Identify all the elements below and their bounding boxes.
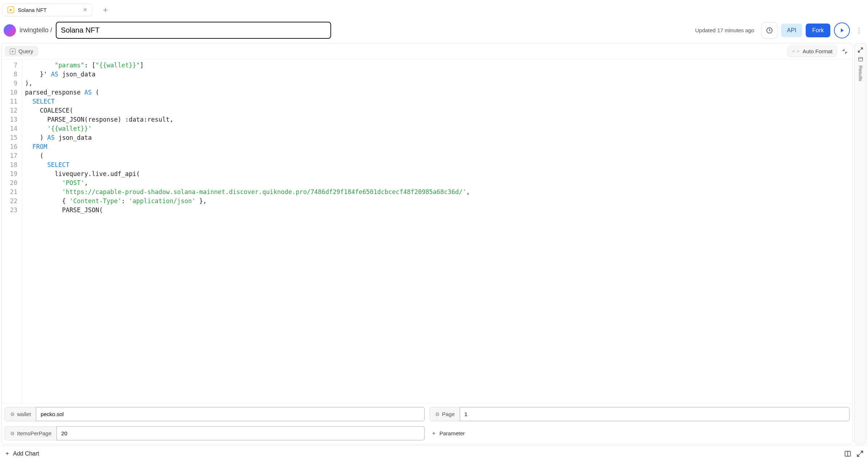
gear-icon: ⚙ [10,411,15,417]
param-label-page[interactable]: ⚙ Page [430,407,460,421]
expand-panel-icon[interactable] [856,46,865,54]
layout-toggle-icon[interactable] [844,450,851,457]
updated-label: Updated 17 minutes ago [695,27,754,33]
query-pill[interactable]: ▶ Query [5,46,38,56]
clock-icon [766,27,773,34]
param-input-page[interactable] [460,407,850,421]
param-input-wallet[interactable] [36,407,425,421]
query-tab-icon: ▶ [8,7,14,13]
run-button[interactable] [834,22,850,38]
play-icon [839,27,845,34]
line-gutter: 7891011121314151617181920212223 [2,59,22,403]
collapse-icon[interactable] [840,47,850,56]
breadcrumb-user[interactable]: irwingtello / [20,26,52,34]
add-chart-button[interactable]: ＋ Add Chart [4,450,39,457]
param-input-itemsperpage[interactable] [57,426,425,440]
tab-solana-nft[interactable]: ▶ Solana NFT ✕ [2,3,93,16]
avatar[interactable] [4,24,16,37]
gear-icon: ⚙ [435,411,440,417]
auto-format-button[interactable]: < > Auto Format [788,46,837,57]
panel-icon[interactable] [858,56,863,62]
tab-title: Solana NFT [18,7,79,13]
close-icon[interactable]: ✕ [83,7,87,13]
query-title-input[interactable] [56,22,331,39]
code-content: "params": ["{{wallet}}"] }' AS json_data… [22,59,473,403]
results-tab[interactable]: Results [858,66,863,81]
svg-rect-1 [858,58,862,61]
api-button[interactable]: API [781,24,802,37]
add-tab-button[interactable]: ＋ [97,3,114,17]
more-menu[interactable]: ⋮ [854,26,864,34]
fork-button[interactable]: Fork [806,24,830,37]
history-button[interactable] [761,22,777,38]
fullscreen-icon[interactable] [856,450,864,457]
plus-icon: ＋ [431,430,437,437]
query-icon: ▶ [10,49,16,54]
param-label-itemsperpage[interactable]: ⚙ ItemsPerPage [5,426,57,440]
auto-format-label: Auto Format [802,48,832,54]
add-parameter-button[interactable]: ＋ Parameter [430,426,850,440]
query-label: Query [18,48,33,54]
param-label-wallet[interactable]: ⚙ wallet [5,407,36,421]
gear-icon: ⚙ [10,431,15,436]
code-icon: < > [792,49,800,54]
code-editor[interactable]: 7891011121314151617181920212223 "params"… [2,59,852,403]
plus-icon: ＋ [4,450,10,457]
